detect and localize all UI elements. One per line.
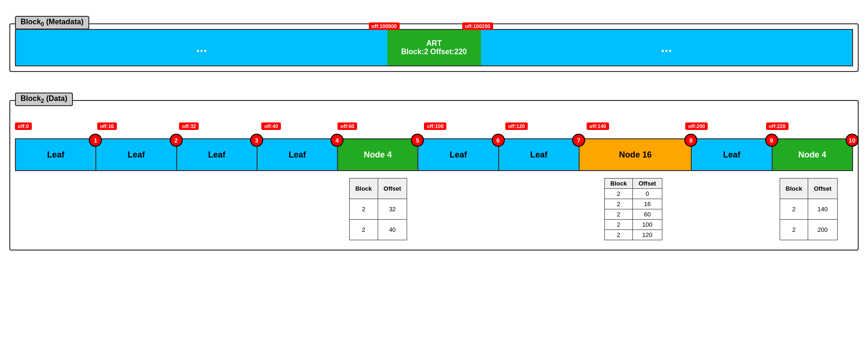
badge-4: 4 [330, 134, 344, 147]
table-node8-col-block: Block [604, 179, 632, 189]
badge-3: 3 [250, 134, 263, 147]
cell: 100 [633, 220, 662, 230]
table-node5: Block Offset 2 32 2 40 [349, 178, 407, 240]
badge-6: 6 [492, 134, 505, 147]
block0-label-text: Block [21, 18, 41, 26]
off-100: off:100 [424, 122, 446, 130]
table-node10-wrapper: Block Offset 2 140 2 200 [769, 176, 848, 240]
art-title: ART [426, 39, 442, 48]
off-0: off:0 [15, 122, 32, 130]
block0-block: Block0 (Metadata) off:100000 off:100200 … [9, 23, 859, 72]
badge-10: 10 [846, 134, 859, 147]
table-node10-col-block: Block [780, 179, 808, 199]
table-row: 2 32 [350, 199, 407, 220]
metadata-art-block: ART Block:2 Offset:220 [387, 30, 481, 65]
metadata-bar: ... ART Block:2 Offset:220 ... [15, 29, 853, 66]
seg9-label: Leaf [723, 150, 740, 160]
block2-container: Block2 (Data) off:0 off:16 off:32 off:40… [9, 100, 859, 251]
table-row: 2 120 [604, 230, 662, 240]
off-60: off:60 [337, 122, 357, 130]
cell: 2 [604, 230, 632, 240]
seg6-label: Leaf [450, 150, 467, 160]
off-220: off:220 [766, 122, 789, 130]
tables-row: Block Offset 2 32 2 40 [15, 176, 853, 240]
segment-leaf-4: Leaf 4 [258, 139, 338, 170]
table-row: 2 200 [780, 220, 837, 240]
table-node10: Block Offset 2 140 2 200 [780, 178, 838, 240]
table-row: 2 100 [604, 220, 662, 230]
table-node8: Block Offset 2 0 2 16 2 60 [604, 178, 662, 240]
block0-subscript: 0 [41, 21, 44, 28]
table-row: 2 16 [604, 199, 662, 209]
segment-leaf-6: Leaf 6 [418, 139, 499, 170]
data-bar-container: off:0 off:16 off:32 off:40 off:60 off:10… [15, 129, 853, 171]
cell: 60 [633, 209, 662, 220]
badge-9: 9 [765, 134, 778, 147]
metadata-bar-wrapper: off:100000 off:100200 ... ART Block:2 Of… [15, 29, 853, 66]
cell: 2 [604, 209, 632, 220]
table-row: 2 0 [604, 189, 662, 199]
segment-leaf-7: Leaf 7 [499, 139, 580, 170]
block2-label-text: Block [21, 94, 41, 102]
off-140: off:140 [587, 122, 609, 130]
block0-container: Block0 (Metadata) off:100000 off:100200 … [9, 23, 859, 72]
offset-badge-100200: off:100200 [462, 22, 493, 30]
segment-node4-5: Node 4 5 [338, 139, 418, 170]
seg4-label: Leaf [288, 150, 306, 160]
badge-2: 2 [170, 134, 183, 147]
block2-block: Block2 (Data) off:0 off:16 off:32 off:40… [9, 100, 859, 251]
seg5-label: Node 4 [364, 150, 392, 160]
table-node8-wrapper: Block Offset 2 0 2 16 2 60 [577, 176, 689, 240]
cell: 2 [604, 189, 632, 199]
data-bar: Leaf 1 Leaf 2 Leaf 3 Leaf 4 [15, 138, 853, 171]
table-node10-col-offset: Offset [808, 179, 838, 199]
block0-sublabel: (Metadata) [46, 18, 84, 26]
seg3-label: Leaf [208, 150, 225, 160]
metadata-ellipsis-right: ... [481, 40, 853, 55]
seg2-label: Leaf [128, 150, 145, 160]
table-spacer-9 [689, 176, 768, 240]
table-spacer-6-7 [418, 176, 577, 240]
segment-leaf-9: Leaf 9 [692, 139, 772, 170]
table-row: 2 140 [780, 199, 837, 220]
segment-leaf-3: Leaf 3 [177, 139, 258, 170]
block0-label: Block0 (Metadata) [15, 16, 89, 29]
block2-sublabel: (Data) [46, 94, 67, 102]
cell: 16 [633, 199, 662, 209]
cell: 40 [378, 220, 407, 240]
art-block-offset: Block:2 Offset:220 [401, 48, 467, 56]
seg7-label: Leaf [530, 150, 547, 160]
segment-leaf-1: Leaf 1 [16, 139, 96, 170]
cell: 2 [604, 199, 632, 209]
cell: 2 [350, 199, 378, 220]
off-32: off:32 [179, 122, 199, 130]
cell: 2 [780, 220, 808, 240]
block2-label: Block2 (Data) [15, 93, 73, 106]
table-node5-wrapper: Block Offset 2 32 2 40 [338, 176, 418, 240]
block2-subscript: 2 [41, 98, 44, 104]
cell: 0 [633, 189, 662, 199]
cell: 2 [350, 220, 378, 240]
cell: 200 [808, 220, 838, 240]
segment-leaf-2: Leaf 2 [96, 139, 177, 170]
seg1-label: Leaf [47, 150, 65, 160]
off-40: off:40 [261, 122, 281, 130]
table-node8-col-offset: Offset [633, 179, 662, 189]
table-spacer-1-4 [20, 176, 338, 240]
off-120: off:120 [505, 122, 528, 130]
offset-badges-row: off:0 off:16 off:32 off:40 off:60 off:10… [15, 129, 853, 138]
badge-7: 7 [572, 134, 585, 147]
cell: 2 [604, 220, 632, 230]
cell: 120 [633, 230, 662, 240]
offset-badge-100000: off:100000 [369, 22, 400, 30]
cell: 32 [378, 199, 407, 220]
cell: 2 [780, 199, 808, 220]
segment-node16-8: Node 16 8 [580, 139, 692, 170]
off-16: off:16 [97, 122, 117, 130]
cell: 140 [808, 199, 838, 220]
table-row: 2 40 [350, 220, 407, 240]
table-node5-col-block: Block [350, 179, 378, 199]
metadata-ellipsis-left: ... [16, 40, 387, 55]
seg10-label: Node 4 [798, 150, 826, 160]
table-node5-col-offset: Offset [378, 179, 407, 199]
